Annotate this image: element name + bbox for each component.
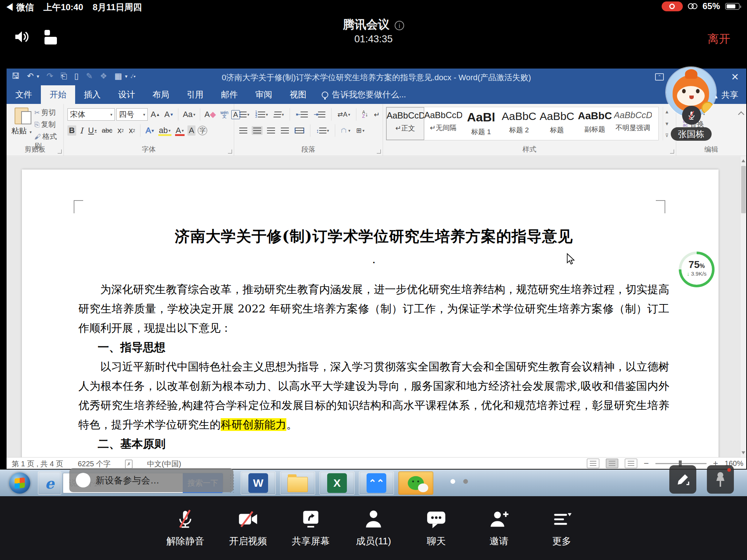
- start-video-button[interactable]: 开启视频: [228, 509, 268, 560]
- align-right-button[interactable]: [266, 126, 276, 135]
- network-progress-badge[interactable]: 75% ↓ 3.9K/s: [679, 252, 715, 287]
- document-page[interactable]: 济南大学关于修(制)订学术学位研究生培养方案的指导意见 · 为深化研究生教育综合…: [22, 170, 719, 457]
- chat-button[interactable]: 聊天: [416, 509, 457, 560]
- underline-button[interactable]: U▾: [87, 125, 98, 136]
- font-name-combobox[interactable]: 宋体▾: [67, 108, 115, 121]
- show-marks-button[interactable]: ↵: [372, 109, 381, 120]
- text-effects-button[interactable]: A▾: [144, 125, 155, 136]
- bullet-list-button[interactable]: ▾: [238, 110, 251, 119]
- style-no-spacing[interactable]: AaBbCcD↵无间隔: [424, 107, 462, 140]
- shrink-font-button[interactable]: A▼: [163, 109, 175, 120]
- window-close-icon[interactable]: ✕: [731, 71, 739, 83]
- align-left-button[interactable]: [238, 126, 249, 135]
- redo-icon[interactable]: ↷: [46, 71, 53, 81]
- justify-button[interactable]: [279, 126, 290, 135]
- share-screen-button[interactable]: 共享屏幕: [290, 509, 331, 560]
- text-highlight-button[interactable]: ab▾: [158, 125, 172, 136]
- cut-button[interactable]: ✂剪切: [34, 108, 63, 117]
- style-subtle-emphasis[interactable]: AaBbCcD不明显强调: [614, 107, 652, 140]
- numbered-list-button[interactable]: 123▾: [254, 110, 270, 119]
- screen-record-indicator[interactable]: [662, 1, 683, 11]
- taskbar-wechat-icon[interactable]: [398, 471, 433, 495]
- tab-design[interactable]: 设计: [109, 85, 144, 104]
- subscript-button[interactable]: x2: [116, 125, 125, 136]
- enclose-characters-button[interactable]: 字: [198, 126, 207, 135]
- zoom-slider[interactable]: [655, 463, 707, 464]
- tab-layout[interactable]: 布局: [144, 85, 178, 104]
- superscript-button[interactable]: x2: [127, 125, 136, 136]
- web-layout-icon[interactable]: [625, 459, 637, 468]
- paragraph-dialog-launcher-icon[interactable]: [377, 149, 381, 153]
- tab-insert[interactable]: 插入: [75, 85, 109, 104]
- clipboard-icon[interactable]: ⎗: [61, 71, 67, 81]
- tab-references[interactable]: 引用: [178, 85, 212, 104]
- print-layout-icon[interactable]: [606, 459, 618, 468]
- multilevel-list-button[interactable]: ▾: [272, 110, 286, 119]
- style-title[interactable]: AaBbC标题: [538, 107, 576, 140]
- undo-icon[interactable]: ↶: [27, 71, 34, 81]
- scroll-down-icon[interactable]: [742, 451, 745, 454]
- grow-font-button[interactable]: A▲: [149, 109, 162, 120]
- font-dialog-launcher-icon[interactable]: [228, 149, 232, 153]
- character-shading-button[interactable]: A: [187, 125, 196, 136]
- highlighter-icon[interactable]: ❖: [100, 71, 107, 81]
- scroll-up-icon[interactable]: [742, 159, 745, 162]
- back-to-wechat-link[interactable]: ◀ 微信: [5, 1, 34, 13]
- font-color-button[interactable]: A▾: [174, 125, 185, 136]
- shading-button[interactable]: ⛫▾: [340, 125, 352, 136]
- style-subtitle[interactable]: AaBbC副标题: [576, 107, 614, 140]
- unmute-button[interactable]: 解除静音: [165, 509, 206, 560]
- undo-dropdown-icon[interactable]: ▾: [36, 73, 39, 79]
- strikethrough-button[interactable]: abc: [100, 127, 114, 135]
- decrease-indent-button[interactable]: ⇤: [294, 110, 309, 119]
- bold-button[interactable]: B: [67, 125, 76, 136]
- line-spacing-button[interactable]: ↕▾: [315, 126, 330, 135]
- save-icon[interactable]: 🖫: [12, 71, 20, 81]
- font-size-combobox[interactable]: 四号▾: [116, 108, 148, 121]
- change-case-button[interactable]: Aa▾: [181, 109, 197, 120]
- borders-button[interactable]: ⊞▾: [355, 125, 366, 136]
- annotation-pin-button[interactable]: [707, 465, 734, 494]
- phonetic-guide-button[interactable]: wén文: [219, 110, 230, 118]
- vertical-scrollbar[interactable]: [740, 156, 746, 457]
- style-heading2[interactable]: AaBbC标题 2: [500, 107, 538, 140]
- asian-layout-button[interactable]: ⇄A▾: [336, 109, 352, 120]
- style-heading1[interactable]: AaBl标题 1: [462, 107, 500, 140]
- tab-review[interactable]: 审阅: [247, 85, 281, 104]
- taskbar-meeting-icon[interactable]: ⌃⌃: [359, 471, 394, 495]
- tell-me-box[interactable]: 告诉我您要做什么...: [315, 85, 413, 104]
- styles-scroll-down-icon[interactable]: ▼: [665, 121, 669, 127]
- more-button[interactable]: 更多: [541, 509, 582, 560]
- meeting-info-icon[interactable]: i: [395, 21, 404, 30]
- styles-dialog-launcher-icon[interactable]: [670, 149, 674, 153]
- invite-button[interactable]: 邀请: [479, 509, 519, 560]
- page-indicator[interactable]: 第 1 页 , 共 4 页: [12, 459, 63, 469]
- taskbar-word-icon[interactable]: W: [241, 471, 276, 495]
- language-indicator[interactable]: 中文(中国): [147, 459, 181, 469]
- scrollbar-thumb[interactable]: [741, 166, 746, 213]
- document-area[interactable]: 济南大学关于修(制)订学术学位研究生培养方案的指导意见 · 为深化研究生教育综合…: [7, 156, 746, 457]
- copy-button[interactable]: ⎘复制: [34, 120, 63, 129]
- distribute-button[interactable]: [293, 126, 306, 135]
- zoom-out-icon[interactable]: −: [644, 458, 649, 468]
- align-center-button[interactable]: [252, 126, 263, 135]
- styles-scroll-up-icon[interactable]: ▲: [665, 109, 669, 114]
- tab-file[interactable]: 文件: [7, 85, 41, 104]
- taskbar-explorer-icon[interactable]: [280, 471, 315, 495]
- members-button[interactable]: 成员(11): [353, 509, 394, 560]
- clear-formatting-button[interactable]: A◆: [203, 109, 218, 120]
- start-button[interactable]: [5, 471, 34, 495]
- proofing-icon[interactable]: ✗: [125, 460, 132, 468]
- taskbar-ie-icon[interactable]: e: [38, 471, 61, 495]
- clipboard-dialog-launcher-icon[interactable]: [58, 149, 62, 153]
- tab-mailings[interactable]: 邮件: [212, 85, 247, 104]
- leave-meeting-button[interactable]: 离开: [708, 31, 730, 47]
- paste-button[interactable]: 粘贴 ▾: [11, 108, 32, 136]
- sort-button[interactable]: AZ↓: [361, 109, 369, 120]
- word-count[interactable]: 6225 个字: [78, 459, 111, 469]
- annotation-pencil-button[interactable]: [669, 465, 696, 494]
- tab-view[interactable]: 视图: [281, 85, 315, 104]
- increase-indent-button[interactable]: ⇥: [312, 110, 327, 119]
- styles-more-icon[interactable]: ⊽: [665, 133, 669, 138]
- ribbon-display-options-icon[interactable]: ⌃: [655, 73, 664, 81]
